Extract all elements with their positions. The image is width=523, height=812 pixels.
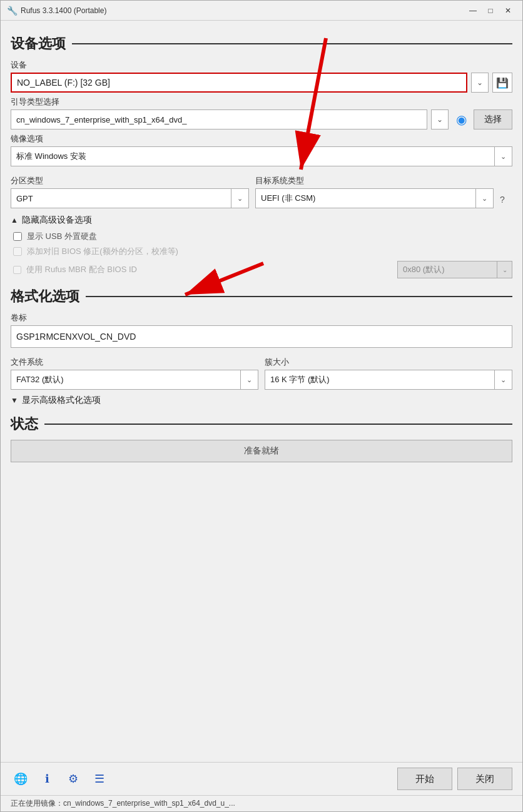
app-icon: 🔧 <box>7 6 17 16</box>
format-options-header: 格式化选项 <box>11 287 512 306</box>
settings-button[interactable]: ⚙ <box>63 769 83 789</box>
boot-type-check-icon: ◉ <box>452 111 470 128</box>
format-options-title: 格式化选项 <box>11 287 79 306</box>
toolbar-icons: 🌐 ℹ ⚙ ☰ <box>11 769 391 789</box>
advanced-format-toggle[interactable]: ▼ 显示高级格式化选项 <box>11 395 512 406</box>
status-header: 状态 <box>11 415 512 434</box>
boot-type-label: 引导类型选择 <box>11 96 512 108</box>
partition-scheme-dropdown-button[interactable]: ⌄ <box>231 188 249 208</box>
use-mbr-label: 使用 Rufus MBR 配合 BIOS ID <box>26 264 137 275</box>
info-button[interactable]: ℹ <box>37 769 57 789</box>
start-button[interactable]: 开始 <box>397 768 452 790</box>
filesystem-value: FAT32 (默认) <box>11 370 241 390</box>
boot-type-dropdown-button[interactable]: ⌄ <box>431 109 449 129</box>
advanced-device-options: 显示 USB 外置硬盘 添加对旧 BIOS 修正(额外的分区，校准等) 使用 R… <box>11 231 512 278</box>
target-system-help-icon[interactable]: ? <box>500 195 512 208</box>
image-option-wrap: 标准 Windows 安装 ⌄ <box>11 146 512 166</box>
status-title: 状态 <box>11 415 38 434</box>
filesystem-label: 文件系统 <box>11 357 258 368</box>
partition-scheme-label: 分区类型 <box>11 175 249 186</box>
image-option-dropdown-button[interactable]: ⌄ <box>495 146 512 166</box>
image-option-label: 镜像选项 <box>11 133 512 145</box>
device-options-title: 设备选项 <box>11 34 66 53</box>
bios-id-value: 0x80 (默认) <box>397 261 497 278</box>
target-system-value: UEFI (非 CSM) <box>255 188 476 208</box>
title-bar-controls: — □ ✕ <box>465 4 516 17</box>
footer-text: 正在使用镜像：cn_windows_7_enterprise_with_sp1_… <box>11 799 235 808</box>
app-close-button[interactable]: 关闭 <box>457 768 512 790</box>
status-bar: 准备就绪 <box>11 440 512 462</box>
cluster-size-wrap: 16 K 字节 (默认) ⌄ <box>265 370 512 390</box>
save-device-button[interactable]: 💾 <box>492 73 512 93</box>
format-options-line <box>86 296 512 297</box>
boot-type-wrap: cn_windows_7_enterprise_with_sp1_x64_dvd… <box>11 109 512 129</box>
title-bar: 🔧 Rufus 3.3.1400 (Portable) — □ ✕ <box>1 1 522 21</box>
advanced-device-toggle[interactable]: ▲ 隐藏高级设备选项 <box>11 215 512 226</box>
action-buttons: 开始 关闭 <box>397 768 512 790</box>
use-mbr-checkbox <box>13 266 21 274</box>
show-usb-row: 显示 USB 外置硬盘 <box>11 231 512 242</box>
image-option-value: 标准 Windows 安装 <box>11 146 495 166</box>
partition-scheme-wrap: GPT ⌄ <box>11 188 249 208</box>
advanced-device-toggle-icon: ▲ <box>11 216 18 225</box>
advanced-format-toggle-icon: ▼ <box>11 396 18 405</box>
bottom-toolbar: 🌐 ℹ ⚙ ☰ 开始 关闭 <box>1 762 522 795</box>
partition-scheme-col: 分区类型 GPT ⌄ <box>11 171 249 208</box>
status-line <box>44 424 512 425</box>
device-value: NO_LABEL (F:) [32 GB] <box>11 73 467 93</box>
boot-type-value: cn_windows_7_enterprise_with_sp1_x64_dvd… <box>11 109 427 129</box>
use-mbr-row: 使用 Rufus MBR 配合 BIOS ID 0x80 (默认) ⌄ <box>11 261 512 278</box>
title-bar-title: Rufus 3.3.1400 (Portable) <box>21 6 465 15</box>
bios-id-dropdown-button: ⌄ <box>497 261 512 278</box>
advanced-device-toggle-label: 隐藏高级设备选项 <box>22 215 92 226</box>
filesystem-col: 文件系统 FAT32 (默认) ⌄ <box>11 353 258 390</box>
add-bios-checkbox <box>13 247 22 256</box>
partition-target-row: 分区类型 GPT ⌄ 目标系统类型 UEFI (非 CSM) ⌄ ? <box>11 171 512 208</box>
filesystem-dropdown-button[interactable]: ⌄ <box>241 370 258 390</box>
close-button[interactable]: ✕ <box>500 4 516 17</box>
cluster-size-label: 簇大小 <box>265 357 512 368</box>
target-system-wrap: UEFI (非 CSM) ⌄ <box>255 188 494 208</box>
volume-input[interactable] <box>11 325 512 348</box>
device-dropdown-button[interactable]: ⌄ <box>471 73 489 93</box>
main-content: 设备选项 设备 NO_LABEL (F:) [32 GB] ⌄ 💾 引导类型选择… <box>1 21 522 762</box>
show-usb-checkbox[interactable] <box>13 232 22 241</box>
bios-id-select-wrap: 0x80 (默认) ⌄ <box>397 261 512 278</box>
advanced-format-toggle-label: 显示高级格式化选项 <box>22 395 101 406</box>
cluster-size-value: 16 K 字节 (默认) <box>265 370 495 390</box>
device-options-line <box>72 43 512 44</box>
device-select-wrap: NO_LABEL (F:) [32 GB] ⌄ 💾 <box>11 73 512 93</box>
status-text: 准备就绪 <box>244 445 279 457</box>
target-system-dropdown-button[interactable]: ⌄ <box>476 188 494 208</box>
fs-cluster-row: 文件系统 FAT32 (默认) ⌄ 簇大小 16 K 字节 (默认) ⌄ <box>11 353 512 390</box>
maximize-button[interactable]: □ <box>482 4 499 17</box>
partition-scheme-value: GPT <box>11 188 231 208</box>
cluster-size-dropdown-button[interactable]: ⌄ <box>495 370 512 390</box>
cluster-size-col: 簇大小 16 K 字节 (默认) ⌄ <box>265 353 512 390</box>
add-bios-label: 添加对旧 BIOS 修正(额外的分区，校准等) <box>27 246 178 257</box>
volume-label: 卷标 <box>11 312 512 323</box>
add-bios-row: 添加对旧 BIOS 修正(额外的分区，校准等) <box>11 246 512 257</box>
select-image-button[interactable]: 选择 <box>474 109 512 129</box>
target-system-col: 目标系统类型 UEFI (非 CSM) ⌄ <box>255 171 494 208</box>
target-system-label: 目标系统类型 <box>255 175 494 186</box>
show-usb-label: 显示 USB 外置硬盘 <box>27 231 97 242</box>
minimize-button[interactable]: — <box>465 4 481 17</box>
list-button[interactable]: ☰ <box>89 769 109 789</box>
globe-button[interactable]: 🌐 <box>11 769 31 789</box>
status-footer: 正在使用镜像：cn_windows_7_enterprise_with_sp1_… <box>1 795 522 811</box>
device-options-header: 设备选项 <box>11 34 512 53</box>
filesystem-wrap: FAT32 (默认) ⌄ <box>11 370 258 390</box>
device-label: 设备 <box>11 59 512 71</box>
